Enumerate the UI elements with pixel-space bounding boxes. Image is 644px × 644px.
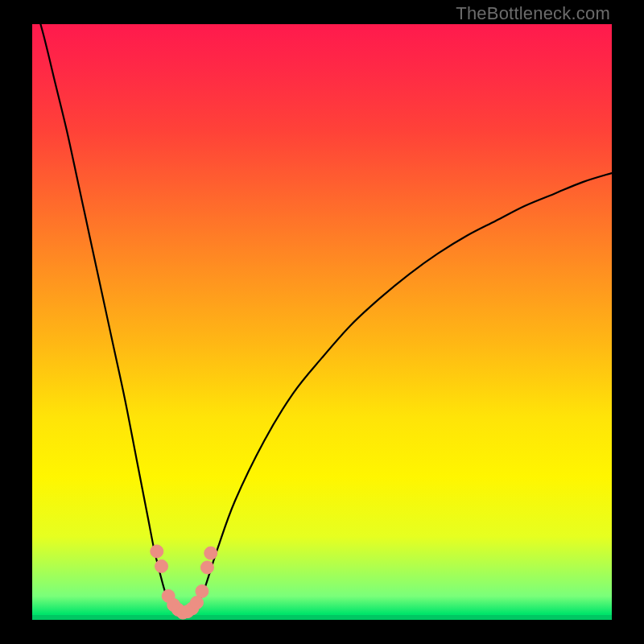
plot-area (32, 24, 612, 620)
watermark-text: TheBottleneck.com (456, 3, 610, 24)
bead-point (204, 547, 217, 559)
bead-point (151, 545, 163, 558)
bead-point (196, 584, 208, 597)
chart-canvas: TheBottleneck.com (0, 0, 644, 644)
bead-point (190, 597, 203, 609)
bead-point (200, 561, 213, 574)
curve-svg (32, 24, 612, 620)
bead-point (155, 559, 168, 572)
bottleneck-curve (32, 24, 612, 614)
